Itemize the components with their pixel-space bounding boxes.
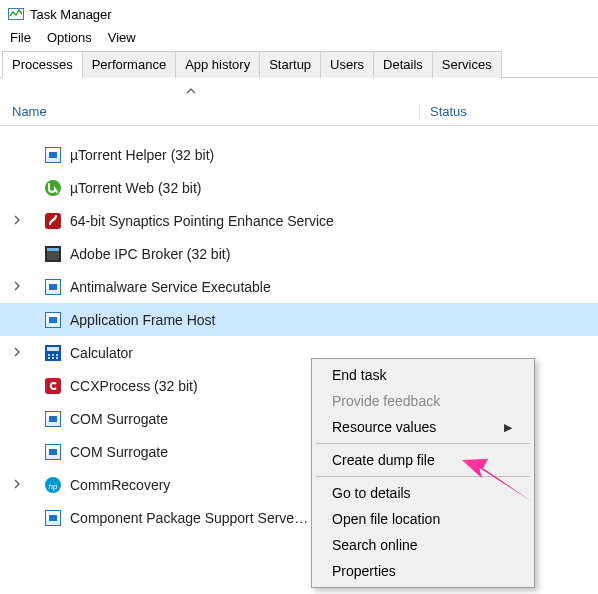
tab-details[interactable]: Details [373, 51, 433, 78]
process-name: COM Surrogate [70, 411, 168, 427]
expand-chevron-icon[interactable] [8, 215, 26, 227]
cm-resource-values[interactable]: Resource values ▶ [314, 414, 532, 440]
svg-point-12 [52, 357, 54, 359]
tab-users[interactable]: Users [320, 51, 374, 78]
svg-point-13 [56, 357, 58, 359]
process-name: CommRecovery [70, 477, 170, 493]
cm-open-file-location[interactable]: Open file location [314, 506, 532, 532]
svg-point-1 [45, 180, 61, 196]
process-row[interactable]: Antimalware Service Executable [0, 270, 598, 303]
process-name: µTorrent Helper (32 bit) [70, 147, 214, 163]
tab-bar: Processes Performance App history Startu… [0, 50, 598, 78]
adobe-cc-icon [44, 377, 62, 395]
cm-separator [316, 476, 530, 477]
expand-chevron-icon[interactable] [8, 281, 26, 293]
tab-processes[interactable]: Processes [2, 51, 83, 78]
svg-text:hp: hp [49, 481, 58, 490]
app-generic-icon [44, 410, 62, 428]
process-row[interactable]: µTorrent Helper (32 bit) [0, 138, 598, 171]
cm-properties[interactable]: Properties [314, 558, 532, 584]
process-row[interactable]: Application Frame Host [0, 303, 598, 336]
menu-view[interactable]: View [102, 28, 146, 46]
column-header-name[interactable]: Name [0, 104, 420, 119]
svg-rect-5 [47, 248, 59, 251]
svg-point-9 [52, 354, 54, 356]
sort-indicator [0, 78, 598, 98]
menu-options[interactable]: Options [41, 28, 102, 46]
column-headers: Name Status [0, 98, 598, 126]
context-menu: End task Provide feedback Resource value… [311, 358, 535, 588]
app-generic-icon [44, 509, 62, 527]
synaptics-icon [44, 212, 62, 230]
titlebar: Task Manager [0, 0, 598, 26]
hp-icon: hp [44, 476, 62, 494]
app-generic-icon [44, 311, 62, 329]
svg-point-10 [56, 354, 58, 356]
app-generic-icon [44, 443, 62, 461]
cm-create-dump[interactable]: Create dump file [314, 447, 532, 473]
calculator-icon [44, 344, 62, 362]
cm-search-online[interactable]: Search online [314, 532, 532, 558]
tab-performance[interactable]: Performance [82, 51, 176, 78]
expand-chevron-icon[interactable] [8, 347, 26, 359]
process-name: Application Frame Host [70, 312, 216, 328]
tab-startup[interactable]: Startup [259, 51, 321, 78]
process-row[interactable]: µTorrent Web (32 bit) [0, 171, 598, 204]
cm-resource-values-label: Resource values [332, 419, 436, 435]
window-title: Task Manager [30, 7, 112, 22]
process-name: COM Surrogate [70, 444, 168, 460]
process-name: CCXProcess (32 bit) [70, 378, 198, 394]
process-name: Adobe IPC Broker (32 bit) [70, 246, 230, 262]
process-row[interactable]: Adobe IPC Broker (32 bit) [0, 237, 598, 270]
process-name: 64-bit Synaptics Pointing Enhance Servic… [70, 213, 334, 229]
column-header-status[interactable]: Status [420, 104, 598, 119]
svg-rect-7 [47, 347, 59, 351]
tab-app-history[interactable]: App history [175, 51, 260, 78]
chevron-up-icon [186, 84, 196, 96]
adobe-ipc-icon [44, 245, 62, 263]
task-manager-icon [8, 6, 24, 22]
chevron-right-icon: ▶ [504, 421, 512, 434]
process-name: Antimalware Service Executable [70, 279, 271, 295]
cm-go-to-details[interactable]: Go to details [314, 480, 532, 506]
cm-separator [316, 443, 530, 444]
cm-end-task[interactable]: End task [314, 362, 532, 388]
svg-rect-14 [45, 378, 61, 394]
process-name: Component Package Support Serve… [70, 510, 308, 526]
svg-point-11 [48, 357, 50, 359]
cm-provide-feedback: Provide feedback [314, 388, 532, 414]
app-generic-icon [44, 278, 62, 296]
expand-chevron-icon[interactable] [8, 479, 26, 491]
app-generic-icon [44, 146, 62, 164]
utorrent-icon [44, 179, 62, 197]
svg-point-8 [48, 354, 50, 356]
process-row[interactable]: 64-bit Synaptics Pointing Enhance Servic… [0, 204, 598, 237]
menu-file[interactable]: File [4, 28, 41, 46]
menubar: File Options View [0, 26, 598, 48]
process-name: Calculator [70, 345, 133, 361]
tab-services[interactable]: Services [432, 51, 502, 78]
process-name: µTorrent Web (32 bit) [70, 180, 202, 196]
